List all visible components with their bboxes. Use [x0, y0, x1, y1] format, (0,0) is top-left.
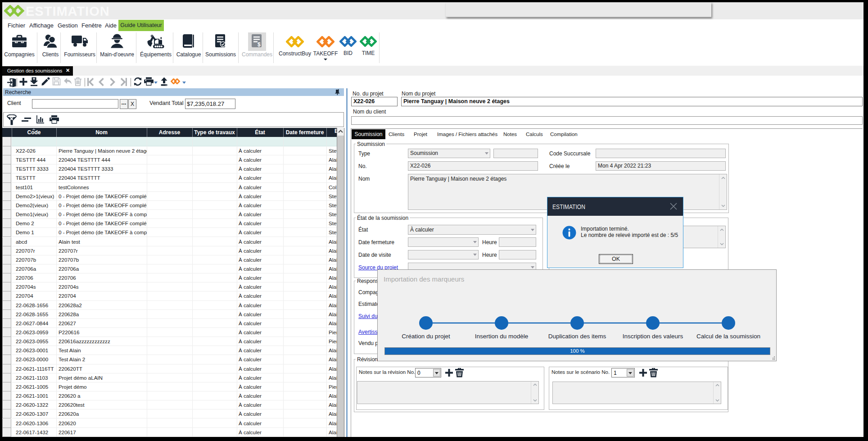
svg-text:$: $	[258, 41, 261, 48]
